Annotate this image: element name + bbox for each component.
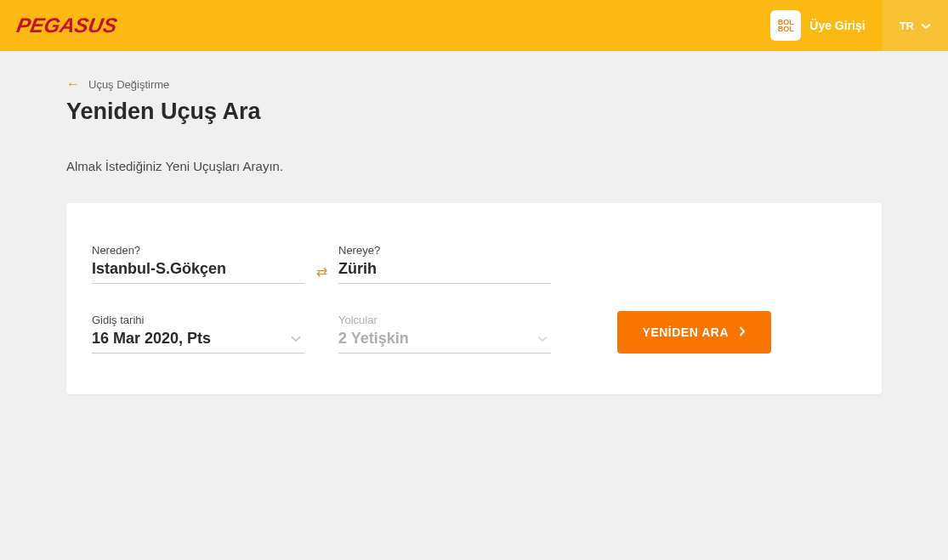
passengers-field: Yolcular — [338, 314, 551, 354]
search-row-route: Nereden? ⇄ Nereye? — [92, 244, 856, 284]
date-label: Gidiş tarihi — [92, 314, 304, 326]
language-selector[interactable]: TR — [883, 0, 948, 51]
chevron-down-icon — [291, 331, 301, 345]
to-field[interactable]: Nereye? — [338, 244, 551, 284]
header: PEGASUS BOLBOL Üye Girişi TR — [0, 0, 948, 51]
to-label: Nereye? — [338, 244, 551, 257]
swap-button[interactable]: ⇄ — [304, 255, 338, 289]
date-input[interactable] — [92, 330, 304, 354]
chevron-down-icon — [537, 331, 548, 345]
search-row-details: Gidiş tarihi Yolcular YENİDEN ARA — [92, 311, 856, 354]
swap-icon: ⇄ — [316, 267, 327, 276]
breadcrumb-label: Uçuş Değiştirme — [88, 78, 169, 91]
page-subtitle: Almak İstediğiniz Yeni Uçuşları Arayın. — [66, 159, 882, 173]
chevron-right-icon — [739, 325, 746, 340]
from-input[interactable] — [92, 260, 304, 284]
search-again-button[interactable]: YENİDEN ARA — [617, 311, 771, 354]
to-input[interactable] — [338, 260, 551, 284]
pegasus-logo[interactable]: PEGASUS — [15, 14, 119, 37]
passengers-input — [338, 330, 551, 354]
bolbol-text: BOLBOL — [778, 19, 794, 32]
page-title: Yeniden Uçuş Ara — [66, 99, 882, 125]
date-field[interactable]: Gidiş tarihi — [92, 314, 304, 354]
login-link[interactable]: Üye Girişi — [809, 19, 865, 32]
header-right: BOLBOL Üye Girişi TR — [770, 0, 948, 51]
search-card: Nereden? ⇄ Nereye? Gidiş tarihi Yolcular — [66, 203, 882, 394]
bolbol-badge[interactable]: BOLBOL — [770, 10, 801, 41]
from-field[interactable]: Nereden? — [92, 244, 304, 284]
search-button-label: YENİDEN ARA — [643, 325, 729, 339]
content: ← Uçuş Değiştirme Yeniden Uçuş Ara Almak… — [0, 51, 948, 420]
language-code: TR — [900, 20, 914, 32]
arrow-left-icon: ← — [66, 76, 80, 92]
from-label: Nereden? — [92, 244, 304, 257]
breadcrumb-back[interactable]: ← Uçuş Değiştirme — [66, 76, 882, 92]
chevron-down-icon — [921, 18, 931, 33]
passengers-label: Yolcular — [338, 314, 551, 326]
